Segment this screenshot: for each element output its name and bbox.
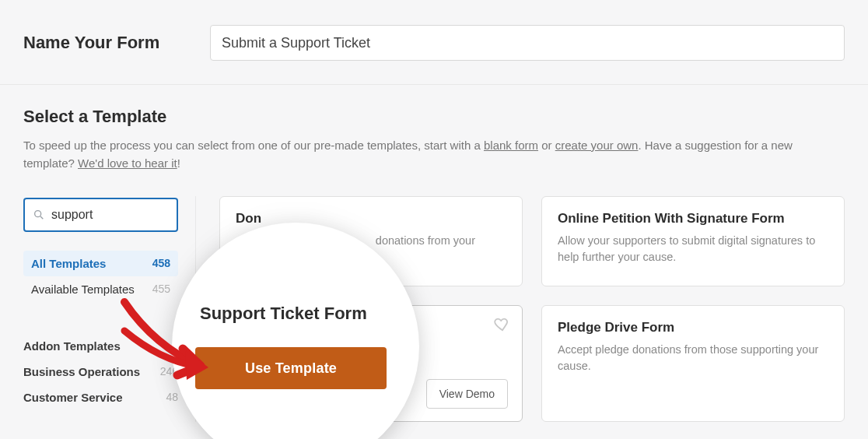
filter-label: All Templates bbox=[31, 257, 106, 270]
desc-text: or bbox=[538, 139, 555, 152]
template-title: Donation bbox=[236, 211, 506, 227]
filter-label: Available Templates bbox=[31, 283, 135, 296]
view-demo-button[interactable]: View Demo bbox=[426, 379, 508, 409]
template-card[interactable]: Online Petition With Signature Form Allo… bbox=[541, 196, 845, 286]
category-count: 48 bbox=[166, 391, 178, 403]
form-name-label: Name Your Form bbox=[23, 33, 210, 53]
filter-all-templates[interactable]: All Templates 458 bbox=[23, 251, 178, 276]
select-template-heading: Select a Template bbox=[23, 107, 845, 127]
category-count: 246 bbox=[160, 365, 178, 378]
zoom-template-title: Support Ticket Form bbox=[200, 304, 367, 324]
category-label: Addon Templates bbox=[23, 339, 121, 353]
search-icon bbox=[33, 209, 45, 221]
category-label: Customer Service bbox=[23, 391, 123, 404]
favorite-icon[interactable] bbox=[494, 315, 511, 332]
filter-list: All Templates 458 Available Templates 45… bbox=[23, 251, 178, 302]
blank-form-link[interactable]: blank form bbox=[484, 139, 538, 152]
form-name-input[interactable] bbox=[210, 25, 845, 61]
template-sidebar: All Templates 458 Available Templates 45… bbox=[23, 196, 196, 422]
svg-line-1 bbox=[40, 216, 43, 219]
template-desc: Accept pledge donations from those suppo… bbox=[558, 342, 828, 374]
template-title: Online Petition With Signature Form bbox=[558, 211, 828, 227]
template-card[interactable]: Pledge Drive Form Accept pledge donation… bbox=[541, 305, 845, 422]
category-customer-service[interactable]: Customer Service 48 bbox=[23, 385, 178, 410]
template-search-wrap[interactable] bbox=[23, 198, 178, 232]
template-search-input[interactable] bbox=[51, 208, 207, 222]
category-addon-templates[interactable]: Addon Templates bbox=[23, 333, 178, 359]
filter-available-templates[interactable]: Available Templates 455 bbox=[23, 276, 178, 302]
template-desc: Allow your supporters to submit digital … bbox=[558, 233, 828, 265]
create-your-own-link[interactable]: create your own bbox=[555, 139, 639, 152]
filter-count: 455 bbox=[152, 283, 170, 295]
filter-count: 458 bbox=[152, 257, 170, 269]
template-title: Pledge Drive Form bbox=[558, 320, 828, 335]
category-list: Addon Templates Business Operations 246 … bbox=[23, 333, 178, 410]
desc-text: ! bbox=[177, 156, 180, 170]
select-template-description: To speed up the process you can select f… bbox=[23, 136, 845, 173]
svg-point-0 bbox=[35, 210, 41, 216]
category-label: Business Operations bbox=[23, 365, 140, 378]
desc-text: To speed up the process you can select f… bbox=[23, 139, 484, 152]
use-template-button[interactable]: Use Template bbox=[195, 347, 387, 389]
suggestion-link[interactable]: We'd love to hear it bbox=[78, 156, 177, 170]
category-business-operations[interactable]: Business Operations 246 bbox=[23, 359, 178, 385]
